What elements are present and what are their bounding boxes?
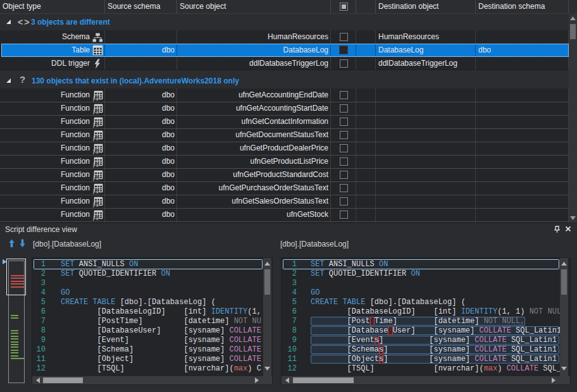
svg-text:x: x: [96, 216, 99, 221]
svg-text:x: x: [96, 109, 99, 114]
svg-text:x: x: [96, 149, 99, 154]
svg-text:x: x: [96, 123, 99, 128]
svg-text:x: x: [96, 176, 99, 181]
svg-text:x: x: [96, 202, 99, 207]
svg-text:x: x: [96, 162, 99, 168]
svg-text:x: x: [96, 136, 99, 141]
svg-text:x: x: [96, 189, 99, 194]
svg-text:x: x: [96, 96, 99, 101]
